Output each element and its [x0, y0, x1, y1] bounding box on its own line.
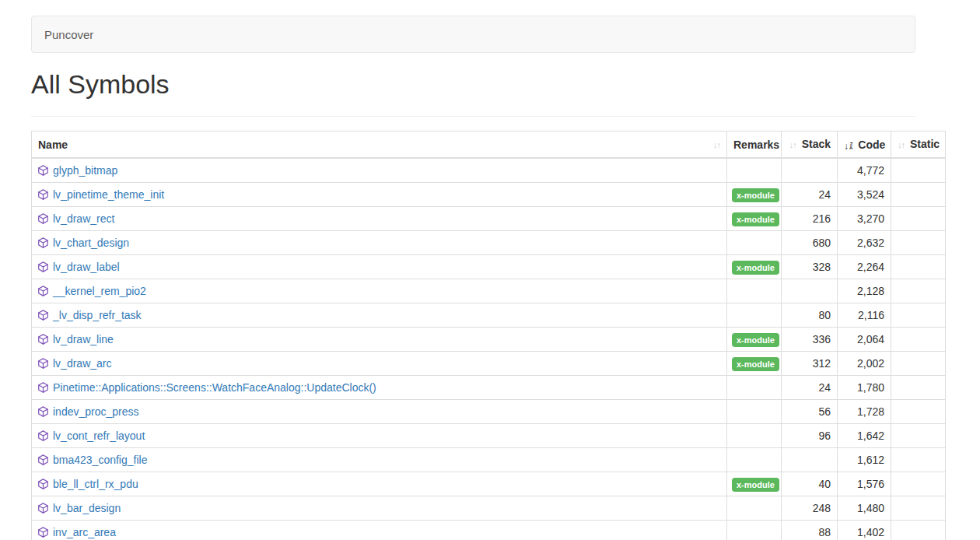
static-cell — [891, 328, 946, 352]
symbol-link[interactable]: bma423_config_file — [53, 454, 147, 466]
table-row: bma423_config_file1,612 — [32, 448, 946, 472]
table-row: __kernel_rem_pio22,128 — [32, 279, 946, 303]
column-header-static[interactable]: ↓↑Static — [891, 131, 946, 159]
symbol-link[interactable]: ble_ll_ctrl_rx_pdu — [53, 478, 138, 490]
divider — [31, 116, 915, 117]
name-cell: glyph_bitmap — [32, 158, 727, 183]
table-row: lv_bar_design2481,480 — [32, 496, 946, 521]
remarks-cell: x-module — [727, 183, 782, 207]
sort-desc-icon: ↓ZA — [844, 142, 852, 151]
cube-icon — [38, 189, 48, 200]
stack-cell: 328 — [782, 255, 838, 279]
code-cell: 1,642 — [838, 424, 891, 448]
column-label: Static — [910, 138, 940, 150]
name-cell: lv_cont_refr_layout — [32, 424, 727, 448]
remarks-cell — [727, 303, 782, 328]
symbol-link[interactable]: __kernel_rem_pio2 — [53, 285, 146, 297]
symbols-table: Name↓↑Remarks↓↑Stack↓ZACode↓↑Static glyp… — [31, 131, 946, 540]
x-module-badge: x-module — [732, 212, 779, 226]
symbol-link[interactable]: lv_draw_rect — [53, 212, 114, 225]
code-cell: 1,780 — [838, 376, 891, 400]
cube-icon — [38, 237, 48, 248]
navbar-brand[interactable]: Puncover — [32, 28, 93, 41]
symbol-link[interactable]: lv_draw_label — [53, 261, 120, 273]
name-cell: lv_pinetime_theme_init — [32, 183, 727, 207]
static-cell — [891, 448, 946, 472]
cube-icon — [38, 310, 48, 321]
column-header-stack[interactable]: ↓↑Stack — [782, 131, 838, 159]
table-row: ble_ll_ctrl_rx_pdux-module401,576 — [32, 472, 946, 496]
remarks-cell: x-module — [727, 352, 782, 376]
code-cell: 2,064 — [838, 328, 891, 352]
cube-icon — [38, 213, 48, 224]
cube-icon — [38, 358, 48, 369]
static-cell — [891, 400, 946, 424]
name-cell: Pinetime::Applications::Screens::WatchFa… — [32, 376, 727, 400]
symbol-link[interactable]: lv_chart_design — [53, 237, 129, 249]
remarks-cell: x-module — [727, 207, 782, 231]
remarks-cell: x-module — [727, 255, 782, 279]
name-cell: lv_bar_design — [32, 496, 727, 521]
symbol-link[interactable]: _lv_disp_refr_task — [53, 309, 142, 321]
cube-icon — [38, 454, 48, 465]
page-container: Puncover All Symbols Name↓↑Remarks↓↑Stac… — [31, 0, 980, 540]
name-cell: bma423_config_file — [32, 448, 727, 472]
stack-cell: 680 — [782, 231, 838, 255]
stack-cell: 336 — [782, 328, 838, 352]
cube-icon — [38, 165, 48, 176]
stack-cell: 248 — [782, 496, 838, 521]
stack-cell: 80 — [782, 303, 838, 328]
symbol-link[interactable]: lv_pinetime_theme_init — [53, 188, 164, 201]
x-module-badge: x-module — [732, 261, 779, 275]
table-row: inv_arc_area881,402 — [32, 521, 946, 540]
symbol-link[interactable]: lv_draw_line — [53, 333, 114, 345]
remarks-cell: x-module — [727, 472, 782, 496]
static-cell — [891, 158, 946, 183]
name-cell: lv_draw_label — [32, 255, 727, 279]
x-module-badge: x-module — [732, 188, 779, 202]
static-cell — [891, 376, 946, 400]
table-row: _lv_disp_refr_task802,116 — [32, 303, 946, 328]
stack-cell: 96 — [782, 424, 838, 448]
symbol-link[interactable]: lv_draw_arc — [53, 357, 111, 370]
cube-icon — [38, 261, 48, 272]
table-row: Pinetime::Applications::Screens::WatchFa… — [32, 376, 946, 400]
remarks-cell — [727, 448, 782, 472]
remarks-cell — [727, 496, 782, 521]
column-header-code[interactable]: ↓ZACode — [838, 131, 891, 159]
symbol-link[interactable]: lv_cont_refr_layout — [53, 430, 145, 442]
code-cell: 2,632 — [838, 231, 891, 255]
symbol-link[interactable]: lv_bar_design — [53, 502, 121, 514]
stack-cell: 88 — [782, 521, 838, 540]
cube-icon — [38, 286, 48, 296]
column-header-name[interactable]: Name↓↑ — [32, 131, 727, 159]
stack-cell: 24 — [782, 376, 838, 400]
name-cell: ble_ll_ctrl_rx_pdu — [32, 472, 727, 496]
stack-cell: 312 — [782, 352, 838, 376]
cube-icon — [38, 527, 48, 538]
static-cell — [891, 207, 946, 231]
cube-icon — [38, 334, 48, 345]
code-cell: 1,612 — [838, 448, 891, 472]
column-label: Remarks — [733, 139, 779, 151]
column-label: Stack — [802, 138, 831, 150]
static-cell — [891, 496, 946, 521]
symbol-link[interactable]: indev_proc_press — [53, 405, 139, 418]
code-cell: 2,264 — [838, 255, 891, 279]
sort-arrow: ↓ — [844, 142, 849, 151]
symbol-link[interactable]: Pinetime::Applications::Screens::WatchFa… — [53, 381, 376, 394]
code-cell: 2,128 — [838, 279, 891, 303]
symbol-link[interactable]: glyph_bitmap — [53, 164, 117, 177]
name-cell: lv_draw_arc — [32, 352, 727, 376]
cube-icon — [38, 430, 48, 441]
table-row: lv_cont_refr_layout961,642 — [32, 424, 946, 448]
code-cell: 3,524 — [838, 183, 891, 207]
remarks-cell — [727, 158, 782, 183]
static-cell — [891, 303, 946, 328]
symbol-link[interactable]: inv_arc_area — [53, 526, 116, 538]
table-row: lv_draw_arcx-module3122,002 — [32, 352, 946, 376]
cube-icon — [38, 503, 48, 514]
code-cell: 1,402 — [838, 521, 891, 540]
table-row: glyph_bitmap4,772 — [32, 158, 946, 183]
column-header-remarks[interactable]: Remarks — [727, 131, 782, 159]
